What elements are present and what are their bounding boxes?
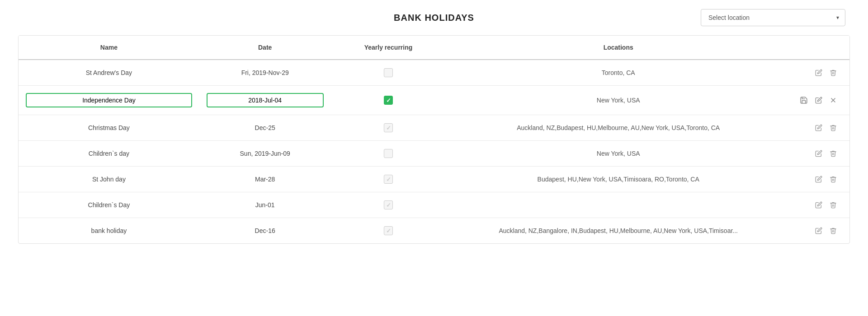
recurring-cell[interactable] xyxy=(331,167,446,192)
actions-cell xyxy=(791,86,849,115)
date-cell: Jun-01 xyxy=(199,192,331,218)
page-title: BANK HOLIDAYS xyxy=(167,13,701,23)
table-row: New York, USA xyxy=(19,86,849,115)
name-cell: Children`s Day xyxy=(19,192,199,218)
date-cell: Sun, 2019-Jun-09 xyxy=(199,141,331,167)
actions-cell xyxy=(791,115,849,141)
col-header-actions xyxy=(791,36,849,60)
date-input[interactable] xyxy=(207,93,324,107)
location-select[interactable]: Select location xyxy=(701,9,845,26)
action-icons-group xyxy=(798,174,842,185)
action-icons-group xyxy=(798,225,842,236)
action-icons-group xyxy=(798,94,842,106)
save-button[interactable] xyxy=(798,94,810,106)
recurring-cell[interactable] xyxy=(331,115,446,141)
col-header-locations: Locations xyxy=(446,36,791,60)
table-row: St Andrew's DayFri, 2019-Nov-29Toronto, … xyxy=(19,60,849,86)
date-cell: Dec-16 xyxy=(199,218,331,244)
name-input[interactable] xyxy=(26,93,192,107)
action-icons-group xyxy=(798,67,842,78)
actions-cell xyxy=(791,218,849,244)
page-container: BANK HOLIDAYS Select location ▾ Name Dat… xyxy=(0,0,868,316)
recurring-cell[interactable] xyxy=(331,60,446,86)
locations-cell xyxy=(446,192,791,218)
actions-cell xyxy=(791,192,849,218)
recurring-cell[interactable] xyxy=(331,218,446,244)
checkbox-light-icon[interactable] xyxy=(384,226,393,235)
date-cell xyxy=(199,86,331,115)
col-header-recurring: Yearly recurring xyxy=(331,36,446,60)
locations-cell: Budapest, HU,New York, USA,Timisoara, RO… xyxy=(446,167,791,192)
delete-button[interactable] xyxy=(828,225,839,236)
delete-button[interactable] xyxy=(828,148,839,159)
name-cell: Christmas Day xyxy=(19,115,199,141)
action-icons-group xyxy=(798,200,842,210)
header-row: BANK HOLIDAYS Select location ▾ xyxy=(18,9,850,26)
name-cell xyxy=(19,86,199,115)
date-cell: Dec-25 xyxy=(199,115,331,141)
date-cell: Fri, 2019-Nov-29 xyxy=(199,60,331,86)
checkbox-light-icon[interactable] xyxy=(384,175,393,184)
action-icons-group xyxy=(798,148,842,159)
edit-button[interactable] xyxy=(813,67,824,78)
actions-cell xyxy=(791,60,849,86)
edit-button[interactable] xyxy=(813,200,824,210)
edit-button[interactable] xyxy=(813,148,824,159)
locations-cell: Auckland, NZ,Budapest, HU,Melbourne, AU,… xyxy=(446,115,791,141)
delete-button[interactable] xyxy=(828,200,839,210)
checkbox-unchecked-icon[interactable] xyxy=(384,149,393,158)
name-cell: St John day xyxy=(19,167,199,192)
edit-button[interactable] xyxy=(813,122,824,133)
recurring-cell[interactable] xyxy=(331,141,446,167)
cancel-button[interactable] xyxy=(828,95,839,106)
recurring-cell[interactable] xyxy=(331,192,446,218)
table-row: Children`s DayJun-01 xyxy=(19,192,849,218)
date-cell: Mar-28 xyxy=(199,167,331,192)
holidays-table: Name Date Yearly recurring Locations St … xyxy=(19,36,849,243)
checkbox-unchecked-icon[interactable] xyxy=(384,68,393,77)
checkbox-light-icon[interactable] xyxy=(384,123,393,132)
checkbox-light-icon[interactable] xyxy=(384,200,393,209)
name-cell: St Andrew's Day xyxy=(19,60,199,86)
delete-button[interactable] xyxy=(828,174,839,185)
edit-button[interactable] xyxy=(813,174,824,185)
checkbox-checked-icon[interactable] xyxy=(384,96,393,105)
table-row: St John dayMar-28Budapest, HU,New York, … xyxy=(19,167,849,192)
table-row: Christmas DayDec-25Auckland, NZ,Budapest… xyxy=(19,115,849,141)
name-cell: bank holiday xyxy=(19,218,199,244)
locations-cell: New York, USA xyxy=(446,141,791,167)
location-select-wrapper: Select location ▾ xyxy=(701,9,845,26)
table-row: bank holidayDec-16Auckland, NZ,Bangalore… xyxy=(19,218,849,244)
delete-button[interactable] xyxy=(828,67,839,78)
recurring-cell[interactable] xyxy=(331,86,446,115)
delete-button[interactable] xyxy=(828,122,839,133)
edit-button[interactable] xyxy=(813,95,824,106)
action-icons-group xyxy=(798,122,842,133)
edit-button[interactable] xyxy=(813,225,824,236)
table-header-row: Name Date Yearly recurring Locations xyxy=(19,36,849,60)
locations-cell: New York, USA xyxy=(446,86,791,115)
actions-cell xyxy=(791,141,849,167)
locations-cell: Auckland, NZ,Bangalore, IN,Budapest, HU,… xyxy=(446,218,791,244)
holidays-table-container: Name Date Yearly recurring Locations St … xyxy=(18,35,850,244)
col-header-date: Date xyxy=(199,36,331,60)
table-row: Children`s daySun, 2019-Jun-09New York, … xyxy=(19,141,849,167)
name-cell: Children`s day xyxy=(19,141,199,167)
locations-cell: Toronto, CA xyxy=(446,60,791,86)
actions-cell xyxy=(791,167,849,192)
col-header-name: Name xyxy=(19,36,199,60)
